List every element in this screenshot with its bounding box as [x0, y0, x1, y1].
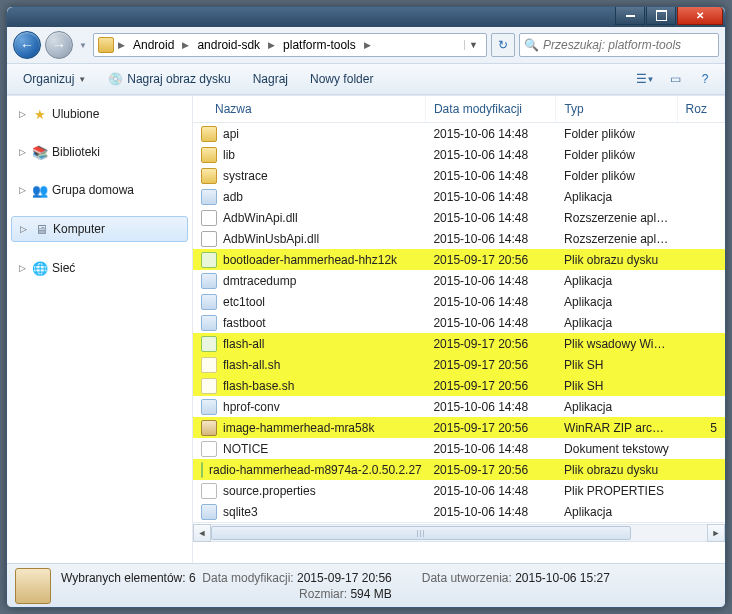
breadcrumb-bar[interactable]: ▶ Android ▶ android-sdk ▶ platform-tools… — [93, 33, 487, 57]
crumb-android[interactable]: Android — [129, 36, 178, 54]
address-bar-row: ← → ▼ ▶ Android ▶ android-sdk ▶ platform… — [7, 27, 725, 63]
file-row[interactable]: flash-base.sh2015-09-17 20:56Plik SH — [193, 375, 725, 396]
file-row[interactable]: bootloader-hammerhead-hhz12k2015-09-17 2… — [193, 249, 725, 270]
file-row[interactable]: radio-hammerhead-m8974a-2.0.50.2.272015-… — [193, 459, 725, 480]
file-icon — [201, 210, 217, 226]
search-input[interactable] — [543, 38, 714, 52]
file-name: etc1tool — [223, 295, 265, 309]
back-button[interactable]: ← — [13, 31, 41, 59]
file-type: Aplikacja — [556, 190, 677, 204]
col-type[interactable]: Typ — [556, 96, 677, 122]
file-row[interactable]: adb2015-10-06 14:48Aplikacja — [193, 186, 725, 207]
file-date: 2015-10-06 14:48 — [425, 484, 556, 498]
tree-homegroup[interactable]: ▷👥Grupa domowa — [7, 178, 192, 202]
file-row[interactable]: flash-all2015-09-17 20:56Plik wsadowy Wi… — [193, 333, 725, 354]
file-row[interactable]: image-hammerhead-mra58k2015-09-17 20:56W… — [193, 417, 725, 438]
computer-icon: 🖥 — [33, 221, 49, 237]
file-row[interactable]: AdbWinApi.dll2015-10-06 14:48Rozszerzeni… — [193, 207, 725, 228]
chevron-right-icon[interactable]: ▶ — [180, 40, 191, 50]
view-options-button[interactable]: ☰ ▼ — [633, 69, 657, 89]
title-bar[interactable] — [7, 7, 725, 27]
file-row[interactable]: lib2015-10-06 14:48Folder plików — [193, 144, 725, 165]
crumb-sdk[interactable]: android-sdk — [193, 36, 264, 54]
file-row[interactable]: api2015-10-06 14:48Folder plików — [193, 123, 725, 144]
col-date[interactable]: Data modyfikacji — [426, 96, 556, 122]
crumb-platformtools[interactable]: platform-tools — [279, 36, 360, 54]
file-type: Rozszerzenie aplik... — [556, 211, 677, 225]
chevron-right-icon[interactable]: ▶ — [266, 40, 277, 50]
horizontal-scrollbar[interactable]: ◄ ||| ► — [193, 522, 725, 542]
file-name: adb — [223, 190, 243, 204]
file-row[interactable]: hprof-conv2015-10-06 14:48Aplikacja — [193, 396, 725, 417]
file-type: Plik obrazu dysku — [556, 253, 677, 267]
file-row[interactable]: AdbWinUsbApi.dll2015-10-06 14:48Rozszerz… — [193, 228, 725, 249]
file-name: sqlite3 — [223, 505, 258, 519]
file-name: flash-base.sh — [223, 379, 294, 393]
forward-button[interactable]: → — [45, 31, 73, 59]
file-name: hprof-conv — [223, 400, 280, 414]
scroll-left-button[interactable]: ◄ — [193, 524, 211, 542]
navigation-tree[interactable]: ▷★Ulubione ▷📚Biblioteki ▷👥Grupa domowa ▷… — [7, 96, 193, 563]
file-date: 2015-10-06 14:48 — [425, 400, 556, 414]
file-rows: api2015-10-06 14:48Folder plikówlib2015-… — [193, 123, 725, 522]
file-type: Aplikacja — [556, 316, 677, 330]
chevron-right-icon[interactable]: ▶ — [362, 40, 373, 50]
file-type: Plik obrazu dysku — [556, 463, 677, 477]
network-icon: 🌐 — [32, 260, 48, 276]
file-row[interactable]: sqlite32015-10-06 14:48Aplikacja — [193, 501, 725, 522]
file-name: flash-all — [223, 337, 264, 351]
file-icon — [201, 252, 217, 268]
file-type: WinRAR ZIP archive — [556, 421, 677, 435]
tree-libraries[interactable]: ▷📚Biblioteki — [7, 140, 192, 164]
search-box[interactable]: 🔍 — [519, 33, 719, 57]
file-row[interactable]: flash-all.sh2015-09-17 20:56Plik SH — [193, 354, 725, 375]
file-name: bootloader-hammerhead-hhz12k — [223, 253, 397, 267]
maximize-button[interactable] — [646, 7, 676, 25]
scroll-thumb[interactable]: ||| — [211, 526, 631, 540]
organize-menu[interactable]: Organizuj▼ — [15, 68, 94, 90]
col-name[interactable]: Nazwa — [193, 96, 426, 122]
help-button[interactable]: ? — [693, 69, 717, 89]
file-list: Nazwa Data modyfikacji Typ Roz api2015-1… — [193, 96, 725, 563]
scroll-track[interactable]: ||| — [211, 524, 707, 542]
file-type: Aplikacja — [556, 295, 677, 309]
file-date: 2015-10-06 14:48 — [425, 190, 556, 204]
col-size[interactable]: Roz — [678, 96, 725, 122]
minimize-button[interactable] — [615, 7, 645, 25]
preview-pane-button[interactable]: ▭ — [663, 69, 687, 89]
burn-image-button[interactable]: 💿Nagraj obraz dysku — [100, 68, 238, 90]
file-row[interactable]: fastboot2015-10-06 14:48Aplikacja — [193, 312, 725, 333]
address-dropdown[interactable]: ▼ — [464, 40, 482, 50]
file-date: 2015-09-17 20:56 — [425, 337, 556, 351]
tree-favorites[interactable]: ▷★Ulubione — [7, 102, 192, 126]
file-icon — [201, 315, 217, 331]
file-name: AdbWinApi.dll — [223, 211, 298, 225]
homegroup-icon: 👥 — [32, 182, 48, 198]
chevron-right-icon[interactable]: ▶ — [116, 40, 127, 50]
file-icon — [201, 378, 217, 394]
file-type: Plik SH — [556, 379, 677, 393]
file-date: 2015-09-17 20:56 — [425, 421, 556, 435]
scroll-right-button[interactable]: ► — [707, 524, 725, 542]
file-row[interactable]: etc1tool2015-10-06 14:48Aplikacja — [193, 291, 725, 312]
file-type: Aplikacja — [556, 274, 677, 288]
file-row[interactable]: systrace2015-10-06 14:48Folder plików — [193, 165, 725, 186]
file-size: 5 — [678, 421, 725, 435]
file-row[interactable]: dmtracedump2015-10-06 14:48Aplikacja — [193, 270, 725, 291]
new-folder-button[interactable]: Nowy folder — [302, 68, 381, 90]
file-row[interactable]: source.properties2015-10-06 14:48Plik PR… — [193, 480, 725, 501]
file-type: Plik wsadowy Win... — [556, 337, 677, 351]
file-row[interactable]: NOTICE2015-10-06 14:48Dokument tekstowy — [193, 438, 725, 459]
nav-history-dropdown[interactable]: ▼ — [77, 35, 89, 55]
file-name: lib — [223, 148, 235, 162]
file-date: 2015-10-06 14:48 — [425, 316, 556, 330]
burn-button[interactable]: Nagraj — [245, 68, 296, 90]
tree-network[interactable]: ▷🌐Sieć — [7, 256, 192, 280]
refresh-button[interactable]: ↻ — [491, 33, 515, 57]
file-icon — [201, 441, 217, 457]
file-name: NOTICE — [223, 442, 268, 456]
command-toolbar: Organizuj▼ 💿Nagraj obraz dysku Nagraj No… — [7, 63, 725, 95]
status-bar: Wybranych elementów: 6 Data modyfikacji:… — [7, 563, 725, 607]
tree-computer[interactable]: ▷🖥Komputer — [11, 216, 188, 242]
close-button[interactable] — [677, 7, 723, 25]
